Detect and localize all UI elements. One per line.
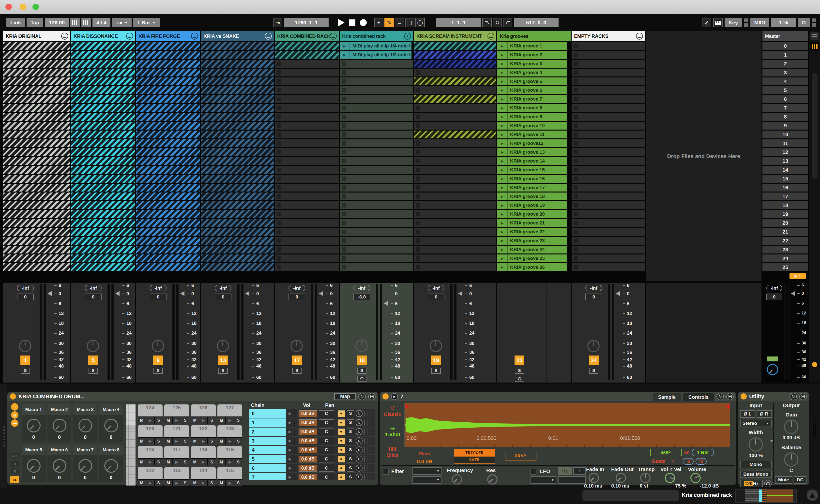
drum-pad[interactable]: 124M▶S (138, 404, 163, 424)
clip-slot[interactable] (572, 201, 645, 209)
chain-volume[interactable]: 0.0 dB (298, 419, 317, 426)
pad-mute-button[interactable]: M (191, 480, 199, 486)
chain-volume[interactable]: 0.0 dB (298, 447, 317, 453)
clip-slot[interactable] (572, 86, 645, 94)
clip-slot[interactable] (414, 69, 496, 76)
clip-play-icon[interactable]: ▶ (497, 42, 508, 50)
clip-slot[interactable] (340, 184, 413, 192)
pad-mute-button[interactable]: M (191, 459, 199, 465)
clip-slot[interactable] (275, 131, 339, 138)
track-activator[interactable]: 18 (357, 356, 367, 365)
pad-play-icon[interactable]: ▶ (146, 480, 154, 486)
clip[interactable]: ▶KRIA groove 6 (497, 86, 567, 94)
lfo-rate-field[interactable] (558, 476, 586, 484)
chain-pan[interactable]: C (319, 438, 334, 444)
clip-slot[interactable] (201, 166, 274, 174)
clip-slot[interactable] (340, 77, 413, 85)
chain-pan[interactable]: C (319, 429, 334, 435)
clip-slot[interactable] (340, 175, 413, 183)
chain-solo-button[interactable]: S (347, 456, 354, 462)
loop-start-field[interactable]: 1. 1. 1 (436, 18, 481, 27)
scene-row[interactable]: 6 (762, 95, 808, 103)
clip-slot[interactable] (71, 184, 135, 192)
clip-slot[interactable] (340, 166, 413, 174)
clip-slot[interactable] (414, 60, 496, 68)
clip-slot[interactable] (201, 148, 274, 156)
clip-slot[interactable] (414, 246, 496, 253)
capture-midi-button[interactable]: ◯ (416, 18, 425, 27)
tab-controls[interactable]: Controls (683, 393, 714, 401)
scene-row[interactable]: 21 (762, 228, 808, 236)
clip-slot[interactable] (340, 139, 413, 147)
chain-solo-button[interactable]: S (347, 447, 354, 453)
pad-solo-button[interactable]: S (155, 438, 163, 445)
chain-volume[interactable]: 0.0 dB (298, 429, 317, 435)
clip[interactable]: ▶KRIA groove 4 (497, 69, 567, 76)
chain-name[interactable]: 3 (249, 437, 286, 445)
chain-name[interactable]: 5 (249, 455, 286, 463)
overdub-indicator[interactable]: D (798, 18, 810, 27)
clip-slot[interactable] (572, 157, 645, 165)
clip-slot[interactable] (572, 51, 645, 59)
scene-row[interactable]: 25 (762, 263, 808, 271)
clip-slot[interactable] (572, 60, 645, 68)
clip-slot[interactable] (136, 86, 200, 94)
pad-mute-button[interactable]: M (164, 417, 172, 424)
clip-slot[interactable] (414, 193, 496, 200)
pad-play-icon[interactable]: ▶ (199, 417, 207, 424)
clip-slot[interactable] (414, 139, 496, 147)
pad-mute-button[interactable]: M (191, 417, 199, 424)
clip-play-icon[interactable]: ▶ (497, 263, 508, 271)
clip-slot[interactable] (201, 157, 274, 165)
clip-slot[interactable] (201, 113, 274, 121)
macro-knob[interactable] (27, 419, 41, 432)
clip-slot[interactable] (3, 157, 70, 165)
clip-slot[interactable] (414, 86, 496, 94)
clip-slot[interactable] (71, 113, 135, 121)
chain-name[interactable]: 7 (249, 473, 286, 480)
clip-slot[interactable] (275, 166, 339, 174)
fold-icon[interactable]: ▼ (404, 33, 411, 40)
chain-play-icon[interactable]: ▶ (287, 420, 293, 425)
peak-display[interactable]: -Inf (150, 285, 166, 291)
returns-toggle[interactable]: R (10, 468, 20, 474)
pad-solo-button[interactable]: S (234, 438, 242, 445)
waveform-display[interactable]: 0:00 0:00:500 0:01 0:01:500 (404, 403, 730, 447)
scene-row[interactable]: 23 (762, 246, 808, 253)
gain-value[interactable]: 0.0 dB (417, 459, 433, 464)
midi-map-button[interactable]: MIDI (750, 18, 769, 27)
chain-pan[interactable]: C (319, 474, 334, 480)
chain-hot-swap-icon[interactable]: ↻ (356, 428, 362, 435)
map-button[interactable]: Map (334, 393, 356, 400)
clip-slot[interactable] (340, 228, 413, 236)
scene-row[interactable]: 10 (762, 131, 808, 138)
solo-button[interactable]: S (292, 368, 301, 374)
clip-slot[interactable] (340, 69, 413, 76)
clip-play-icon[interactable]: ▶ (497, 113, 508, 121)
snap-button[interactable]: SNAP (505, 452, 537, 460)
clip[interactable]: ▶KRIA groove 11 (497, 131, 567, 138)
device-on-button[interactable] (382, 393, 388, 400)
clip-slot[interactable] (71, 139, 135, 147)
fade-out-knob[interactable] (616, 473, 626, 483)
clip-play-icon[interactable]: ▶ (497, 86, 508, 94)
clip-slot[interactable] (3, 104, 70, 112)
record-button[interactable] (360, 19, 367, 26)
fader-handle[interactable] (47, 291, 52, 296)
clip-play-icon[interactable]: ▶ (497, 228, 508, 236)
mono-button[interactable]: Mono (740, 461, 772, 468)
fader-handle[interactable] (115, 291, 119, 296)
clip[interactable]: ▶KRIA groove 23 (497, 237, 567, 245)
clip-slot[interactable] (275, 104, 339, 112)
clip-slot[interactable] (572, 104, 645, 112)
menu-icon[interactable] (191, 33, 198, 40)
peak-display[interactable]: -Inf (585, 285, 602, 291)
chain-row[interactable]: 3▶0.0 dBCS↻ (249, 437, 375, 445)
clip-slot[interactable] (201, 254, 274, 262)
scene-row[interactable]: 17 (762, 193, 808, 200)
lfo-checkbox[interactable] (531, 469, 537, 475)
peak-display[interactable]: -Inf (215, 285, 231, 291)
clip-slot[interactable] (340, 131, 413, 138)
punch-out-icon[interactable] (503, 18, 512, 27)
pad-mute-button[interactable]: M (138, 417, 146, 424)
